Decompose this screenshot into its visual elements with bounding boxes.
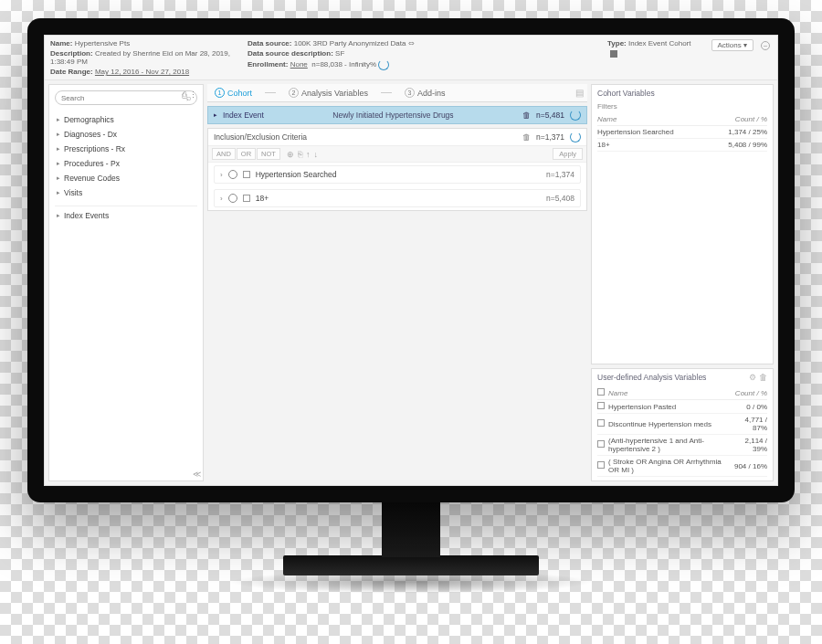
checkbox[interactable] [243,195,250,202]
menu-icon[interactable]: ⋮ [189,90,197,100]
nav-revenue[interactable]: Revenue Codes [55,171,197,185]
dsd-label: Data source description: [248,49,335,58]
ds-label: Data source: [248,39,294,48]
header-meta: Name:Hypertensive Pts Description:Create… [45,36,777,80]
app-screen: Name:Hypertensive Pts Description:Create… [44,35,778,486]
monitor-stand-neck [382,501,440,557]
type-value: Index Event Cohort [628,39,690,48]
col-name: Name [608,386,732,400]
actions-button[interactable]: Actions ▾ [711,39,754,51]
table-row[interactable]: 18+5,408 / 99% [597,139,767,152]
nav-procedures[interactable]: Procedures - Px [55,156,197,171]
chevron-right-icon: › [220,171,223,179]
spinner-icon [570,110,581,121]
monitor-frame: Name:Hypertensive Pts Description:Create… [27,18,795,502]
sidebar: ⎙ ⋮ ⌕ Demographics Diagnoses - Dx Prescr… [48,84,204,481]
spinner-icon [570,132,581,143]
overflow-icon[interactable]: ▤ [575,88,584,98]
nav-prescriptions[interactable]: Prescriptions - Rx [55,142,197,156]
nav-index-events[interactable]: Index Events [55,208,197,223]
trash-icon[interactable]: 🗑 [522,111,531,120]
table-row[interactable]: ( Stroke OR Angina OR Arrhythmia OR MI )… [597,456,767,477]
criteria-row[interactable]: › Hypertension Searched n=1,374 [214,165,581,184]
cohort-vars-panel: Cohort Variables Filters NameCount / % H… [591,84,774,364]
table-row[interactable]: Discontinue Hypertension meds4,771 / 87% [597,414,767,435]
loop-icon [228,170,237,179]
collapse-sidebar-icon[interactable]: ≪ [193,470,201,479]
criteria-panel: Inclusion/Exclusion Criteria 🗑 n=1,371 A… [207,128,587,211]
criteria-label: 18+ [256,194,541,203]
criteria-count: n=1,374 [546,170,574,179]
tab-cohort[interactable]: 1Cohort [211,86,256,100]
enroll-range: n=88,038 - Infinity% [311,60,376,69]
table-row[interactable]: (Anti-hypertensive 1 and Anti-hypertensi… [597,435,767,456]
criteria-label: Hypertension Searched [256,170,541,179]
checkbox[interactable] [243,171,250,178]
monitor-stand-base [283,555,539,575]
date-range-link[interactable]: May 12, 2016 - Nov 27, 2018 [95,68,189,76]
filters-table: NameCount / % Hypertension Searched1,374… [597,113,767,152]
or-button[interactable]: OR [237,148,256,160]
dsd-value: SF [335,49,344,58]
desc-label: Description: [50,49,95,58]
down-icon[interactable]: ↓ [313,150,318,159]
apply-button[interactable]: Apply [553,148,583,160]
index-event-name: Newly Initiated Hypertensive Drugs [269,111,517,120]
right-column: Cohort Variables Filters NameCount / % H… [591,84,774,481]
enroll-link[interactable]: None [290,60,308,69]
close-icon[interactable]: – [761,41,770,50]
udav-panel: User-defined Analysis Variables⚙ 🗑 NameC… [591,368,774,481]
nav-visits[interactable]: Visits [55,185,197,200]
type-label: Type: [607,39,628,48]
loop-icon [228,194,237,203]
col-count: Count / % [710,113,767,126]
udav-table: NameCount / % Hypertension Pasted0 / 0% … [597,386,767,477]
col-count: Count / % [732,386,767,400]
link-icon[interactable]: ⇔ [408,39,415,48]
nav-list: Demographics Diagnoses - Dx Prescription… [55,112,197,223]
enroll-label: Enrollment: [248,60,290,69]
criteria-row[interactable]: › 18+ n=5,408 [214,189,581,207]
criteria-count: n=5,408 [546,194,574,203]
range-label: Date Range: [50,68,95,76]
and-button[interactable]: AND [212,148,236,160]
loading-spinner-icon [378,59,389,70]
main-area: 1Cohort 2Analysis Variables 3Add-ins ▤ ▸… [207,84,587,481]
group-icon[interactable]: ⊕ [287,150,294,159]
tab-addins[interactable]: 3Add-ins [401,86,449,100]
trash-icon[interactable]: 🗑 [759,373,767,382]
checkbox[interactable] [597,402,605,409]
panel-title: Cohort Variables [597,89,767,98]
checkbox-all[interactable] [597,388,605,396]
table-row[interactable]: Hypertension Searched1,374 / 25% [597,126,767,139]
search-input[interactable] [61,94,186,102]
tab-analysis-vars[interactable]: 2Analysis Variables [285,86,372,100]
table-row[interactable]: Hypertension Pasted0 / 0% [597,400,767,414]
copy-icon[interactable]: ⎘ [298,150,302,159]
ds-value: 100K 3RD Party Anonymized Data [294,39,406,48]
pin-icon[interactable]: ⎙ [182,90,186,100]
tabs: 1Cohort 2Analysis Variables 3Add-ins ▤ [207,84,587,102]
nav-demographics[interactable]: Demographics [55,112,197,127]
type-icon [610,50,617,58]
checkbox[interactable] [597,440,605,448]
chevron-right-icon: › [220,195,223,203]
criteria-toolbar: AND OR NOT ⊕ ⎘ ↑ ↓ Apply [208,146,586,163]
not-button[interactable]: NOT [257,148,280,160]
index-event-bar[interactable]: ▸ Index Event Newly Initiated Hypertensi… [207,106,587,124]
checkbox[interactable] [597,461,605,469]
trash-icon[interactable]: 🗑 [522,132,531,142]
gear-icon[interactable]: ⚙ [749,373,756,382]
search-box[interactable]: ⌕ [55,90,197,105]
index-event-count: n=5,481 [536,111,564,120]
name-value: Hypertensive Pts [75,39,130,48]
checkbox[interactable] [597,419,605,427]
index-event-title: Index Event [223,111,264,120]
filters-subhead: Filters [597,102,767,111]
name-label: Name: [50,39,75,48]
panel-title: User-defined Analysis Variables⚙ 🗑 [597,373,767,382]
criteria-title: Inclusion/Exclusion Criteria [214,132,517,142]
up-icon[interactable]: ↑ [306,150,311,159]
nav-diagnoses[interactable]: Diagnoses - Dx [55,127,197,142]
criteria-count: n=1,371 [536,132,564,142]
